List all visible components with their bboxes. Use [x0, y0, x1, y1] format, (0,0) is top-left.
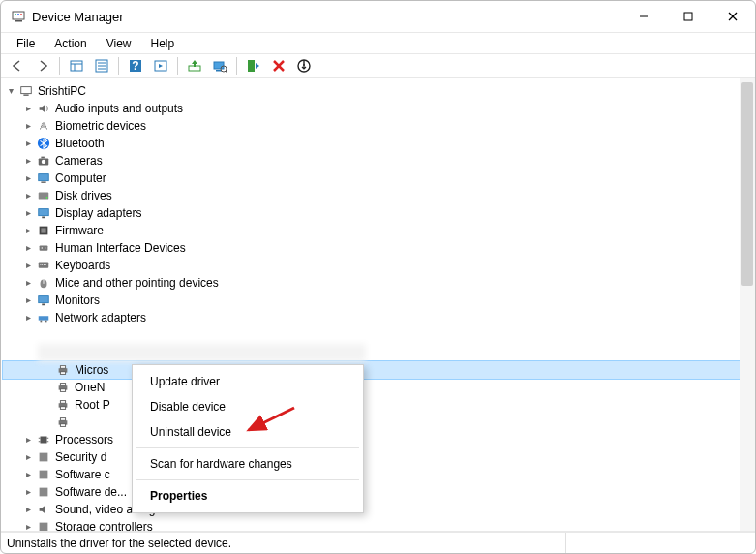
tree-category[interactable]: ▸Processors	[3, 431, 753, 448]
close-button[interactable]	[711, 1, 755, 32]
menu-help[interactable]: Help	[141, 34, 185, 53]
svg-rect-59	[60, 372, 65, 375]
vertical-scrollbar[interactable]	[740, 78, 755, 531]
svg-rect-38	[39, 209, 49, 216]
category-icon	[36, 310, 51, 325]
category-label: Bluetooth	[55, 135, 105, 152]
category-label: Disk drives	[55, 187, 112, 204]
svg-rect-54	[39, 316, 49, 320]
expander-icon[interactable]: ▸	[20, 449, 36, 465]
tree-root[interactable]: ▾ SrishtiPC	[3, 82, 753, 100]
printer-item[interactable]: Root P	[3, 396, 753, 414]
menu-action[interactable]: Action	[45, 34, 96, 53]
ctx-properties[interactable]: Properties	[135, 483, 361, 508]
disable-device-button[interactable]	[293, 55, 315, 77]
ctx-update-driver[interactable]: Update driver	[135, 369, 361, 394]
category-icon	[36, 240, 51, 256]
expander-icon[interactable]: ▸	[20, 118, 36, 134]
app-icon	[11, 9, 26, 24]
tree-category[interactable]: ▸Biometric devices	[3, 117, 753, 135]
tree-category[interactable]: ▸Monitors	[3, 292, 753, 309]
category-icon	[36, 101, 51, 116]
scan-hardware-button[interactable]	[209, 55, 230, 77]
tree-category[interactable]: ▸Software de...	[3, 483, 753, 501]
expander-icon[interactable]: ▸	[20, 170, 36, 186]
expander-icon[interactable]: ▸	[20, 258, 36, 273]
expander-icon[interactable]: ▸	[20, 240, 36, 256]
svg-rect-76	[40, 488, 48, 497]
expander-icon[interactable]: ▸	[20, 188, 36, 203]
category-label: Storage controllers	[55, 518, 153, 532]
printer-item[interactable]	[3, 414, 753, 431]
action-button[interactable]	[150, 55, 171, 77]
expander-icon[interactable]: ▸	[20, 519, 36, 532]
tree-category[interactable]: ▸Mice and other pointing devices	[3, 274, 753, 292]
tree-category[interactable]: ▸Computer	[3, 169, 753, 187]
tree-category[interactable]: ▸Network adapters	[3, 309, 753, 326]
expander-icon[interactable]: ▸	[20, 432, 36, 447]
back-button[interactable]	[7, 55, 28, 77]
category-icon	[36, 467, 51, 482]
expander-icon[interactable]: ▸	[20, 101, 36, 116]
category-label: Mice and other pointing devices	[55, 274, 219, 292]
minimize-button[interactable]	[621, 1, 666, 32]
tree-category[interactable]: ▸Sound, video and game controllers	[3, 501, 753, 518]
expander-icon[interactable]: ▸	[20, 484, 36, 500]
ctx-disable-device[interactable]: Disable device	[135, 394, 361, 419]
svg-rect-75	[40, 471, 48, 479]
category-label: Biometric devices	[55, 117, 146, 135]
printer-icon	[55, 397, 71, 413]
expander-icon[interactable]: ▸	[20, 292, 36, 308]
printer-label: OneN	[75, 379, 105, 396]
category-icon	[36, 223, 51, 238]
svg-rect-9	[71, 61, 82, 71]
ctx-scan-hardware[interactable]: Scan for hardware changes	[135, 451, 361, 477]
tree-category[interactable]: ▸Software c	[3, 466, 753, 483]
svg-rect-47	[42, 264, 43, 265]
enable-device-button[interactable]	[243, 55, 264, 77]
tree-category[interactable]: ▸Audio inputs and outputs	[3, 100, 753, 117]
window-title: Device Manager	[32, 10, 124, 24]
menubar: File Action View Help	[1, 32, 755, 53]
tree-category[interactable]: ▸Firmware	[3, 222, 753, 239]
device-tree[interactable]: ▾ SrishtiPC ▸Audio inputs and outputs▸Bi…	[1, 78, 755, 532]
expander-icon[interactable]: ▸	[20, 136, 36, 151]
tree-category[interactable]: ▸Storage controllers	[3, 518, 753, 532]
ctx-uninstall-device[interactable]: Uninstall device	[135, 419, 361, 445]
svg-rect-65	[60, 407, 65, 410]
properties-button[interactable]	[91, 55, 112, 77]
tree-category[interactable]: ▸Human Interface Devices	[3, 239, 753, 257]
scrollbar-thumb[interactable]	[741, 82, 753, 286]
tree-category[interactable]: ▸Keyboards	[3, 257, 753, 274]
svg-rect-56	[45, 321, 47, 323]
update-driver-button[interactable]	[184, 55, 205, 77]
tree-category[interactable]: ▸Disk drives	[3, 187, 753, 204]
category-icon	[36, 502, 51, 517]
expander-icon[interactable]: ▸	[20, 223, 36, 238]
printer-item[interactable]: OneN	[3, 379, 753, 396]
expander-icon[interactable]: ▸	[20, 467, 36, 482]
expander-icon[interactable]: ▸	[20, 205, 36, 221]
maximize-button[interactable]	[666, 1, 711, 32]
svg-rect-55	[41, 321, 43, 323]
menu-view[interactable]: View	[97, 34, 141, 53]
category-icon	[36, 449, 51, 465]
status-text: Uninstalls the driver for the selected d…	[7, 537, 231, 550]
tree-category[interactable]: ▸Security d	[3, 448, 753, 466]
expander-icon[interactable]: ▸	[20, 502, 36, 517]
expander-icon[interactable]: ▸	[20, 310, 36, 325]
uninstall-device-button[interactable]	[268, 55, 289, 77]
tree-category[interactable]: ▸Bluetooth	[3, 135, 753, 152]
category-label: Computer	[55, 169, 106, 187]
forward-button[interactable]	[32, 55, 53, 77]
expander-icon[interactable]: ▸	[20, 153, 36, 169]
tree-category[interactable]: ▸Cameras	[3, 152, 753, 169]
expander-icon[interactable]: ▸	[20, 275, 36, 291]
category-icon	[36, 205, 51, 221]
expander-icon[interactable]: ▾	[3, 83, 18, 99]
printer-item-selected[interactable]: Micros	[3, 361, 753, 379]
tree-category[interactable]: ▸Display adapters	[3, 204, 753, 222]
help-button[interactable]: ?	[125, 55, 146, 77]
menu-file[interactable]: File	[7, 34, 45, 53]
show-hide-tree-button[interactable]	[66, 55, 87, 77]
